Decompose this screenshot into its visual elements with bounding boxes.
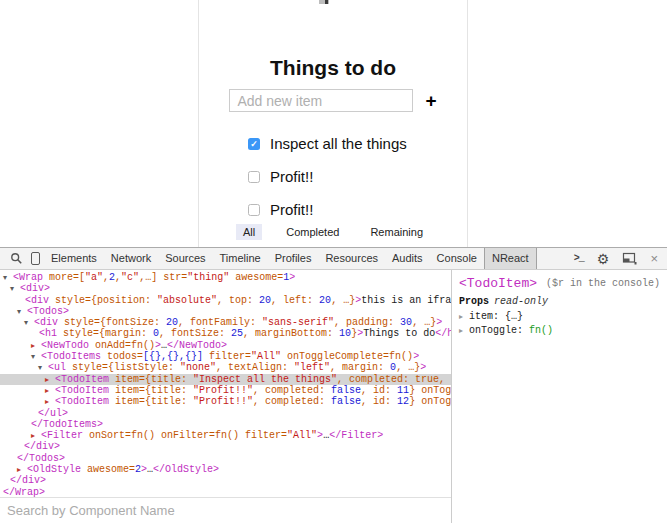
collapse-arrow-icon[interactable]: ▸ [45,374,55,385]
tree-token: , margin: [330,362,390,373]
collapse-arrow-icon[interactable]: ▸ [31,340,41,351]
add-item-input[interactable] [229,89,413,112]
tree-token: , marginBottom: [243,328,339,339]
tab-audits[interactable]: Audits [385,248,430,269]
app-title: Things to do [199,56,467,80]
close-icon[interactable]: × [650,252,658,265]
tree-token: "c" [121,272,139,283]
props-rows: ▸item: {…}▸onToggle: fn() [459,311,660,336]
tree-row[interactable]: ▾<Wrap more=["a",2,"c",…] str="thing" aw… [0,272,451,283]
gear-icon[interactable]: ⚙ [597,252,610,266]
tab-resources[interactable]: Resources [318,248,385,269]
tree-token: </div> [24,441,60,452]
props-header: Propsread-only [459,296,660,307]
tree-token: , completed: [253,396,331,407]
tree-token: this is an iframe [361,295,451,306]
collapse-arrow-icon[interactable]: ▸ [45,396,55,407]
inspect-element-icon[interactable] [10,252,23,265]
tree-token: <TodoItem [55,374,109,385]
prop-row[interactable]: ▸onToggle: fn() [459,325,660,336]
expand-arrow-icon[interactable]: ▾ [24,317,34,328]
tree-token: 25 [231,328,243,339]
tree-row[interactable]: ▾<div> [0,283,451,294]
tree-token: str= [157,272,187,283]
todo-item-row[interactable]: Profit!! [248,160,467,193]
prop-row[interactable]: ▸item: {…} [459,311,660,322]
filter-button-remaining[interactable]: Remaining [363,224,430,240]
tree-token: > [420,362,426,373]
tree-token: onSort= [83,430,131,441]
tree-row[interactable]: </div> [0,441,451,452]
collapse-arrow-icon[interactable]: ▸ [459,312,469,321]
tree-row[interactable]: ▸<Filter onSort=fn() onFilter=fn() filte… [0,430,451,441]
collapse-arrow-icon[interactable]: ▸ [45,385,55,396]
tree-row[interactable]: ▾<ul style={listStyle: "none", textAlign… [0,362,451,373]
expand-arrow-icon[interactable]: ▾ [17,306,27,317]
expand-arrow-icon[interactable]: ▾ [10,283,20,294]
tab-elements[interactable]: Elements [44,248,104,269]
tree-token: </ul> [38,408,68,419]
component-search-input[interactable] [0,498,451,523]
props-label: Props [459,296,489,307]
tree-token: <ul [48,362,66,373]
tree-row-selected[interactable]: ▸<TodoItem item={title: "Inspect all the… [0,374,451,385]
checkbox-checked[interactable]: ✓ [248,138,260,150]
tree-token: </NewTodo> [167,340,227,351]
collapse-arrow-icon[interactable]: ▸ [459,326,469,335]
filter-button-all[interactable]: All [236,224,262,240]
tree-token: <Todos> [27,306,69,317]
tree-row[interactable]: ▾<TodoItems todos=[{},{},{}] filter="All… [0,351,451,362]
tree-token: "All" [287,430,317,441]
dock-side-icon[interactable] [622,252,637,265]
tree-token: filter= [239,430,287,441]
collapse-arrow-icon[interactable]: ▸ [17,464,27,475]
tree-row[interactable]: </Todos> [0,453,451,464]
tree-row[interactable]: </div> [0,475,451,486]
tree-token: onFilter= [155,430,215,441]
tab-console[interactable]: Console [430,248,484,269]
tree-row[interactable]: ▸<TodoItem item={title: "Profit!!", comp… [0,396,451,407]
tree-token: ,…] [139,272,157,283]
todo-item-label: Profit!! [270,168,313,185]
expand-arrow-icon[interactable]: ▾ [38,362,48,373]
todo-item-row[interactable]: Profit!! [248,193,467,226]
console-drawer-icon[interactable]: >_ [574,253,584,264]
todo-item-row[interactable]: ✓Inspect all the things [248,127,467,160]
tree-token: <Wrap [13,272,43,283]
tree-row[interactable]: ▾<div style={fontSize: 20, fontFamily: "… [0,317,451,328]
tree-token: , completed: [253,385,331,396]
expand-arrow-icon[interactable]: ▾ [3,272,13,283]
tree-row[interactable]: <h1 style={margin: 0, fontSize: 25, marg… [0,328,451,339]
tab-network[interactable]: Network [104,248,158,269]
tree-row[interactable]: ▸<OldStyle awesome=2>…</OldStyle> [0,464,451,475]
tree-row[interactable]: </ul> [0,408,451,419]
tab-sources[interactable]: Sources [158,248,212,269]
tree-row[interactable]: <div style={position: "absolute", top: 2… [0,295,451,306]
tree-token: 20 [259,295,271,306]
tree-row[interactable]: ▾<Todos> [0,306,451,317]
tree-row[interactable]: ▸<NewTodo onAdd=fn()>…</NewTodo> [0,340,451,351]
tree-token: , completed: [337,374,415,385]
tree-row[interactable]: ▸<TodoItem item={title: "Profit!!", comp… [0,385,451,396]
tree-token: style= [57,328,99,339]
filter-buttons: AllCompletedRemaining [199,224,467,240]
tree-token: onToggleComplete= [281,351,389,362]
component-search-bar [0,497,451,523]
tree-token: fn() [131,430,155,441]
tree-token: , fontSize: [159,328,231,339]
tree-token: item= [109,396,145,407]
filter-button-completed[interactable]: Completed [279,224,346,240]
tab-nreact[interactable]: NReact [484,248,537,269]
checkbox-unchecked[interactable] [248,171,260,183]
tab-timeline[interactable]: Timeline [213,248,268,269]
tab-profiles[interactable]: Profiles [268,248,319,269]
device-mode-icon[interactable] [31,252,40,265]
tree-row[interactable]: </Wrap> [0,487,451,497]
props-mode: read-only [494,296,548,307]
tree-row[interactable]: </TodoItems> [0,419,451,430]
expand-arrow-icon[interactable]: ▾ [31,351,41,362]
checkbox-unchecked[interactable] [248,204,260,216]
tree-token: "Profit!!" [193,385,253,396]
collapse-arrow-icon[interactable]: ▸ [31,430,41,441]
add-item-button[interactable]: + [425,91,436,110]
